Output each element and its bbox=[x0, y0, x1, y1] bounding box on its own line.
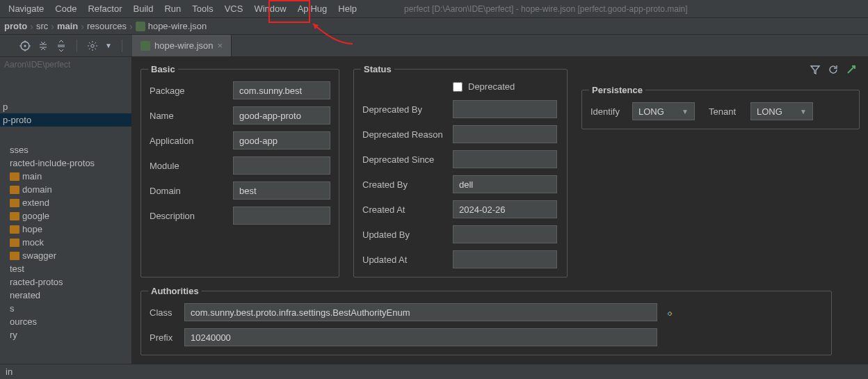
menu-help[interactable]: Help bbox=[332, 2, 362, 15]
tree-node[interactable]: p bbox=[0, 100, 131, 113]
window-title: perfect [D:\Aaron\IDE\perfect] - hope-wi… bbox=[404, 4, 688, 14]
menu-build[interactable]: Build bbox=[128, 2, 159, 15]
authorities-section: Authorities Class ‹› Prefix bbox=[140, 286, 832, 355]
package-input[interactable] bbox=[233, 81, 330, 99]
deprecated-checkbox[interactable] bbox=[453, 82, 463, 92]
tenant-label: Tenant bbox=[709, 106, 750, 117]
filter-icon[interactable] bbox=[810, 64, 821, 75]
identify-label: Identify bbox=[590, 106, 632, 117]
tree-node[interactable]: racted-protos bbox=[0, 275, 131, 289]
breadcrumb-item[interactable]: proto bbox=[4, 21, 27, 31]
identify-select[interactable]: LONG▼ bbox=[632, 102, 695, 120]
tenant-select[interactable]: LONG▼ bbox=[750, 102, 813, 120]
tree-node[interactable]: google bbox=[0, 209, 131, 223]
svg-point-1 bbox=[24, 45, 26, 47]
menu-run[interactable]: Run bbox=[159, 2, 186, 15]
tab-label: hope-wire.json bbox=[154, 40, 214, 51]
created-at-input[interactable] bbox=[453, 200, 557, 218]
status-section: Status Deprecated Deprecated By Deprecat… bbox=[353, 64, 568, 277]
menu-vcs[interactable]: VCS bbox=[219, 2, 249, 15]
tree-node[interactable]: p-proto bbox=[0, 113, 131, 127]
tree-node[interactable]: mock bbox=[0, 236, 131, 249]
menu-code[interactable]: Code bbox=[49, 2, 82, 15]
collapse-all-icon[interactable] bbox=[56, 40, 67, 51]
prefix-label: Prefix bbox=[150, 332, 184, 343]
dropdown-arrow-icon[interactable]: ▼ bbox=[105, 42, 112, 49]
deprecated-by-input[interactable] bbox=[453, 100, 557, 118]
description-label: Description bbox=[150, 211, 233, 221]
tree-node[interactable]: hope bbox=[0, 223, 131, 236]
tree-node[interactable]: main bbox=[0, 170, 131, 183]
menu-apihug[interactable]: ApiHug bbox=[292, 2, 333, 15]
menu-refactor[interactable]: Refactor bbox=[82, 2, 127, 15]
deprecated-since-label: Deprecated Since bbox=[362, 154, 453, 165]
prefix-input[interactable] bbox=[184, 328, 657, 346]
build-icon[interactable] bbox=[846, 64, 857, 75]
expand-all-icon[interactable] bbox=[38, 40, 49, 51]
deprecated-by-label: Deprecated By bbox=[362, 104, 453, 115]
refresh-icon[interactable] bbox=[828, 64, 839, 75]
section-legend: Status bbox=[361, 64, 394, 74]
tree-node[interactable]: racted-include-protos bbox=[0, 156, 131, 170]
tree-node[interactable]: sses bbox=[0, 143, 131, 156]
chevron-down-icon: ▼ bbox=[800, 108, 807, 115]
tree-node[interactable]: s bbox=[0, 302, 131, 315]
updated-at-label: Updated At bbox=[362, 255, 453, 265]
persistence-section: Persistence Identify LONG▼ Tenant LONG▼ bbox=[581, 85, 860, 129]
description-input[interactable] bbox=[233, 207, 330, 225]
deprecated-since-input[interactable] bbox=[453, 150, 557, 168]
tree-node[interactable]: ources bbox=[0, 315, 131, 328]
breadcrumb-item[interactable]: src bbox=[36, 21, 48, 31]
name-label: Name bbox=[150, 111, 233, 121]
folder-icon bbox=[10, 172, 19, 181]
file-icon bbox=[140, 41, 150, 51]
tree-node[interactable]: extend bbox=[0, 196, 131, 209]
folder-icon bbox=[10, 186, 19, 194]
menu-bar: Navigate Code Refactor Build Run Tools V… bbox=[0, 0, 868, 18]
gear-icon[interactable] bbox=[87, 40, 98, 51]
deprecated-label: Deprecated bbox=[468, 81, 515, 92]
menu-tools[interactable]: Tools bbox=[186, 2, 218, 15]
close-icon[interactable]: × bbox=[218, 40, 223, 51]
breadcrumb-item[interactable]: hope-wire.json bbox=[148, 21, 207, 31]
name-input[interactable] bbox=[233, 106, 330, 124]
folder-icon bbox=[10, 212, 19, 220]
module-input[interactable] bbox=[233, 156, 330, 175]
package-label: Package bbox=[150, 86, 233, 96]
target-icon[interactable] bbox=[19, 40, 31, 51]
menu-navigate[interactable]: Navigate bbox=[3, 2, 49, 15]
svg-point-6 bbox=[91, 44, 94, 47]
deprecated-reason-input[interactable] bbox=[453, 125, 557, 143]
status-text: in bbox=[6, 366, 13, 377]
project-tree[interactable]: p p-proto sses racted-include-protos mai… bbox=[0, 72, 131, 344]
application-label: Application bbox=[150, 136, 233, 146]
breadcrumb-item[interactable]: main bbox=[57, 21, 78, 31]
file-icon bbox=[136, 22, 145, 31]
project-sidebar: Aaron\IDE\perfect p p-proto sses racted-… bbox=[0, 57, 132, 379]
tree-node[interactable]: ry bbox=[0, 328, 131, 341]
updated-by-input[interactable] bbox=[453, 225, 557, 243]
status-bar: in bbox=[0, 364, 868, 379]
menu-window[interactable]: Window bbox=[248, 2, 291, 15]
folder-icon bbox=[10, 225, 19, 234]
sidebar-path: Aaron\IDE\perfect bbox=[0, 57, 131, 72]
tree-node[interactable]: test bbox=[0, 262, 131, 275]
created-by-label: Created By bbox=[362, 179, 453, 190]
basic-section: Basic Package Name Application Module Do… bbox=[140, 64, 339, 277]
tab-hope-wire[interactable]: hope-wire.json × bbox=[132, 35, 232, 56]
application-input[interactable] bbox=[233, 131, 330, 150]
breadcrumb-item[interactable]: resources bbox=[87, 21, 127, 31]
created-by-input[interactable] bbox=[453, 175, 557, 193]
tree-node[interactable]: swagger bbox=[0, 249, 131, 262]
domain-input[interactable] bbox=[233, 182, 330, 200]
class-label: Class bbox=[150, 307, 184, 318]
updated-at-input[interactable] bbox=[453, 250, 557, 268]
toolbar-row: ▼ hope-wire.json × bbox=[0, 35, 868, 57]
module-label: Module bbox=[150, 161, 233, 171]
breadcrumb: proto› src› main› resources› hope-wire.j… bbox=[0, 18, 868, 35]
tree-node[interactable]: nerated bbox=[0, 289, 131, 302]
editor-panel: Basic Package Name Application Module Do… bbox=[132, 57, 868, 379]
tree-node[interactable]: domain bbox=[0, 183, 131, 196]
code-icon[interactable]: ‹› bbox=[667, 307, 671, 318]
class-input[interactable] bbox=[184, 303, 657, 321]
